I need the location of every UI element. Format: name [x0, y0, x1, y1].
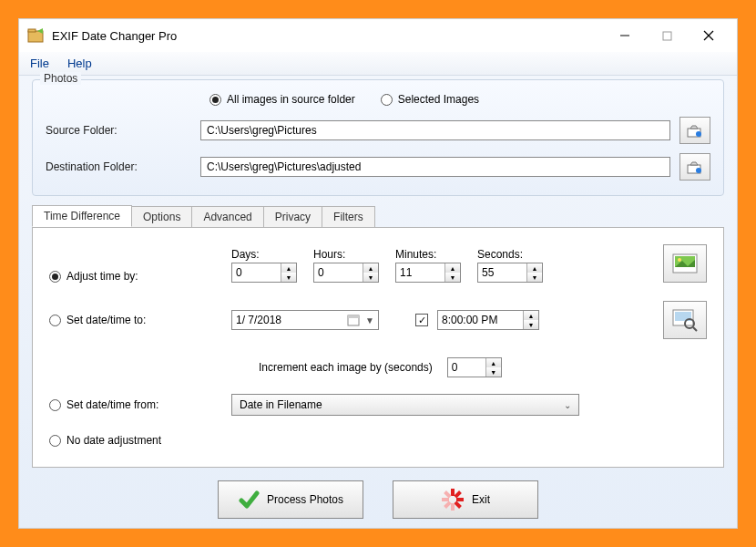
exit-button[interactable]: Exit: [393, 480, 538, 519]
days-label: Days:: [231, 248, 297, 261]
photos-group: Photos All images in source folder Selec…: [32, 79, 724, 196]
menu-help[interactable]: Help: [67, 57, 92, 70]
days-spinner[interactable]: 0▲▼: [231, 263, 297, 283]
svg-rect-1: [28, 29, 36, 32]
maximize-button[interactable]: [646, 22, 688, 49]
svg-point-12: [678, 258, 681, 262]
svg-point-9: [696, 168, 701, 173]
radio-set-from[interactable]: Set date/time from:: [49, 398, 222, 411]
close-button[interactable]: [688, 22, 730, 49]
hours-spinner[interactable]: 0▲▼: [313, 263, 379, 283]
photo-magnify-icon: [671, 308, 699, 332]
minutes-label: Minutes:: [395, 248, 461, 261]
time-spinner[interactable]: 8:00:00 PM▲▼: [437, 310, 539, 330]
radio-selected-images[interactable]: Selected Images: [381, 93, 479, 106]
dest-folder-label: Destination Folder:: [46, 160, 191, 173]
tab-advanced[interactable]: Advanced: [191, 206, 263, 227]
tab-filters[interactable]: Filters: [322, 206, 375, 227]
svg-line-18: [693, 327, 697, 331]
source-folder-input[interactable]: [200, 120, 670, 140]
app-icon: [26, 26, 45, 45]
svg-point-7: [696, 131, 701, 137]
seconds-spinner[interactable]: 55▲▼: [477, 263, 543, 283]
date-source-combo[interactable]: Date in Filename⌄: [231, 394, 579, 416]
action-buttons: Process Photos Exit: [32, 480, 724, 519]
hours-label: Hours:: [313, 248, 379, 261]
svg-rect-21: [456, 498, 464, 501]
dest-folder-input[interactable]: [200, 157, 670, 177]
radio-all-images[interactable]: All images in source folder: [209, 93, 355, 106]
browse-source-button[interactable]: [679, 117, 710, 144]
time-enable-checkbox[interactable]: ✓: [415, 314, 428, 326]
svg-rect-24: [444, 501, 451, 508]
radio-adjust-time[interactable]: Adjust time by:: [49, 270, 222, 283]
calendar-icon: [347, 314, 360, 326]
increment-spinner[interactable]: 0▲▼: [447, 357, 502, 377]
tab-time-difference[interactable]: Time Difference: [32, 205, 132, 227]
radio-no-adjustment[interactable]: No date adjustment: [49, 434, 222, 447]
preview-photo-button[interactable]: [663, 244, 707, 283]
svg-rect-20: [454, 490, 461, 498]
svg-rect-22: [454, 501, 461, 508]
seconds-label: Seconds:: [477, 248, 543, 261]
exit-icon: [441, 488, 465, 511]
tab-privacy[interactable]: Privacy: [263, 206, 322, 227]
title-bar: EXIF Date Changer Pro: [19, 19, 737, 52]
svg-rect-25: [442, 498, 449, 501]
tab-options[interactable]: Options: [131, 206, 192, 227]
svg-rect-26: [444, 490, 451, 498]
app-window: EXIF Date Changer Pro File Help Photos A…: [18, 18, 738, 529]
browse-dest-button[interactable]: [679, 153, 710, 181]
svg-rect-3: [663, 32, 671, 40]
menu-file[interactable]: File: [30, 57, 49, 70]
photo-icon: [671, 253, 699, 274]
inspect-photo-button[interactable]: [663, 301, 707, 339]
tab-body: Adjust time by: Days: 0▲▼ Hours: 0▲▼ Min…: [32, 227, 724, 468]
source-folder-label: Source Folder:: [46, 124, 191, 137]
increment-label: Increment each image by (seconds): [259, 361, 433, 374]
photos-group-title: Photos: [40, 72, 81, 85]
process-button[interactable]: Process Photos: [218, 480, 363, 519]
svg-rect-19: [451, 489, 455, 496]
tabs-strip: Time Difference Options Advanced Privacy…: [32, 205, 724, 227]
minutes-spinner[interactable]: 11▲▼: [395, 263, 461, 283]
folder-open-icon: [686, 122, 704, 139]
checkmark-icon: [238, 489, 260, 511]
window-title: EXIF Date Changer Pro: [52, 29, 604, 43]
content-area: Photos All images in source folder Selec…: [19, 76, 737, 528]
radio-set-datetime[interactable]: Set date/time to:: [49, 314, 222, 326]
date-picker[interactable]: 1/ 7/2018 ▼: [231, 310, 379, 330]
folder-open-icon: [686, 159, 704, 175]
svg-rect-23: [451, 503, 455, 511]
svg-rect-14: [348, 315, 359, 318]
minimize-button[interactable]: [604, 22, 646, 49]
menu-bar: File Help: [19, 52, 737, 76]
